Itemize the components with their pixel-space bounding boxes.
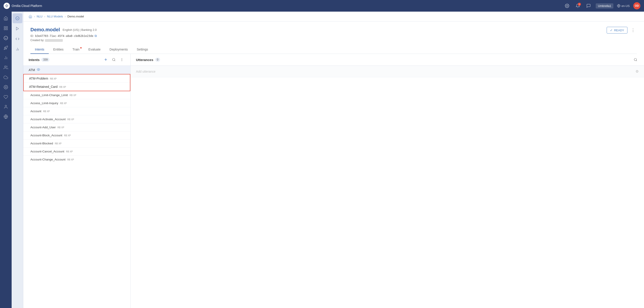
sub-sidebar-item-train[interactable] xyxy=(12,24,22,33)
sub-sidebar-item-eval[interactable] xyxy=(12,44,22,54)
breadcrumb-sep-1: › xyxy=(34,15,35,18)
intent-item-atm-problem[interactable]: ATM-Problem RB XP xyxy=(24,74,130,83)
eye-icon[interactable] xyxy=(37,68,40,72)
breadcrumb-current: Demo.model xyxy=(68,15,84,18)
intent-row-name: Access_Limit-Change_Limit RB XP xyxy=(30,93,76,97)
tab-train-dot xyxy=(80,47,82,48)
list-item[interactable]: Account RB XP xyxy=(23,107,130,115)
more-intents-button[interactable] xyxy=(119,56,125,63)
list-item[interactable]: Account-Add_User RB XP xyxy=(23,123,130,131)
app-logo: Omilia Cloud Platform xyxy=(4,3,42,9)
tab-train-label: Train xyxy=(72,48,80,51)
list-item[interactable]: Account-Activate_Account RB XP xyxy=(23,115,130,123)
utterances-title-text: Utterances xyxy=(136,58,154,62)
ready-label: READY xyxy=(614,29,624,32)
svg-point-13 xyxy=(5,87,6,88)
add-utterance-row[interactable]: Add utterance ⚙ xyxy=(130,66,644,77)
sub-sidebar xyxy=(12,12,23,308)
created-by-label: Created by: xyxy=(30,39,44,42)
logo-icon xyxy=(4,3,10,9)
model-meta: ID: b3e47703-71ac-45f4-a8a0-cbd62b1e23de… xyxy=(30,34,97,42)
intent-name: ATM-Retained_Card RB XP xyxy=(29,85,124,88)
model-title-section: Demo.model English (US) | Banking 2.0 ID… xyxy=(30,27,97,42)
utterances-content: Add utterance ⚙ xyxy=(130,66,644,308)
intent-group-atm[interactable]: ATM xyxy=(23,66,130,74)
panels-container: Intents 339 + xyxy=(23,54,644,308)
list-item[interactable]: Access_Limit-Change_Limit RB XP xyxy=(23,91,130,99)
sidebar-item-analytics[interactable] xyxy=(0,53,12,63)
user-avatar[interactable]: OD xyxy=(633,2,640,9)
selected-intents-box: ATM-Problem RB XP ATM-Retained_Card RB X… xyxy=(23,74,130,91)
list-item[interactable]: Account-Cancel_Account RB XP xyxy=(23,148,130,156)
breadcrumb-sep-3: › xyxy=(65,15,66,18)
edit-group-icon[interactable] xyxy=(118,68,120,72)
chat-icon[interactable] xyxy=(585,2,592,9)
settings-icon[interactable] xyxy=(564,2,571,9)
intent-row-name: Account RB XP xyxy=(30,109,50,113)
sidebar-item-cloud[interactable] xyxy=(0,72,12,82)
tab-deployments[interactable]: Deployments xyxy=(105,45,132,54)
tabs-bar: Intents Entities Train Evaluate Deployme… xyxy=(30,45,637,54)
model-actions: ✓ READY ⋮ xyxy=(607,27,637,33)
svg-point-23 xyxy=(112,58,115,61)
group-atm-label: ATM xyxy=(28,68,35,72)
sidebar-item-users2[interactable] xyxy=(0,102,12,112)
list-item[interactable]: Account-Block_Account RB XP xyxy=(23,131,130,139)
breadcrumb-nlu[interactable]: NLU xyxy=(37,15,42,18)
workspace-selector[interactable]: Umbrella1 xyxy=(596,3,613,8)
add-utterance-placeholder: Add utterance xyxy=(136,70,636,73)
header-right: 1 Umbrella1 en-US OD xyxy=(564,2,640,9)
sidebar-item-people[interactable] xyxy=(0,63,12,72)
svg-point-28 xyxy=(38,69,39,70)
model-name: Demo.model xyxy=(30,27,60,33)
model-id-label: ID: xyxy=(30,34,34,37)
sub-sidebar-item-deploy[interactable] xyxy=(12,34,22,44)
tab-settings[interactable]: Settings xyxy=(132,45,153,54)
tab-intents-label: Intents xyxy=(35,48,44,51)
svg-line-24 xyxy=(114,60,115,61)
tab-entities-label: Entities xyxy=(53,48,64,51)
sidebar-item-settings[interactable] xyxy=(0,82,12,92)
delete-group-icon[interactable] xyxy=(122,68,125,72)
svg-point-29 xyxy=(634,58,636,61)
svg-point-0 xyxy=(6,5,8,7)
sidebar-item-rocket[interactable] xyxy=(0,43,12,53)
utterances-count-badge: 0 xyxy=(155,58,160,62)
sidebar-item-globe[interactable] xyxy=(0,112,12,122)
breadcrumb-home[interactable] xyxy=(28,15,32,18)
tab-intents[interactable]: Intents xyxy=(30,45,49,54)
header-left: Omilia Cloud Platform xyxy=(4,3,42,9)
list-item[interactable]: Account-Change_Account RB XP xyxy=(23,156,130,163)
intents-panel-actions: + xyxy=(103,56,125,63)
search-utterances-button[interactable] xyxy=(632,56,639,63)
tab-entities[interactable]: Entities xyxy=(49,45,68,54)
search-intents-button[interactable] xyxy=(111,56,117,63)
app-name: Omilia Cloud Platform xyxy=(12,4,42,7)
sidebar-item-plugin[interactable] xyxy=(0,92,12,102)
sidebar-item-grid[interactable] xyxy=(0,23,12,33)
add-intent-button[interactable]: + xyxy=(103,56,109,63)
copy-id-icon[interactable]: ⧉ xyxy=(94,34,97,38)
notification-icon[interactable]: 1 xyxy=(574,2,582,9)
utterances-title: Utterances 0 xyxy=(136,58,160,62)
tab-evaluate-label: Evaluate xyxy=(88,48,100,51)
tab-evaluate[interactable]: Evaluate xyxy=(84,45,105,54)
breadcrumb-nlu-models[interactable]: NLU Models xyxy=(47,15,63,18)
intent-item-atm-retained[interactable]: ATM-Retained_Card RB XP xyxy=(24,83,130,91)
intent-row-name: Access_Limit-Inquiry RB XP xyxy=(30,101,67,105)
more-options-button[interactable]: ⋮ xyxy=(629,27,637,33)
tab-deployments-label: Deployments xyxy=(110,48,128,51)
intent-group-name: ATM xyxy=(28,68,40,72)
sidebar-item-nlu[interactable] xyxy=(0,33,12,43)
sidebar-item-home[interactable] xyxy=(0,13,12,23)
tab-train[interactable]: Train xyxy=(68,45,84,54)
intent-row-name: Account-Blocked RB XP xyxy=(30,142,62,145)
notification-badge: 1 xyxy=(578,3,581,6)
sub-sidebar-item-nlu[interactable] xyxy=(12,13,22,23)
list-item[interactable]: Access_Limit-Inquiry RB XP xyxy=(23,99,130,107)
language-selector[interactable]: en-US xyxy=(617,4,630,7)
utterance-settings-icon[interactable]: ⚙ xyxy=(636,69,639,73)
ready-button[interactable]: ✓ READY xyxy=(607,27,628,33)
creator-name-blurred xyxy=(45,39,63,42)
list-item[interactable]: Account-Blocked RB XP xyxy=(23,139,130,148)
